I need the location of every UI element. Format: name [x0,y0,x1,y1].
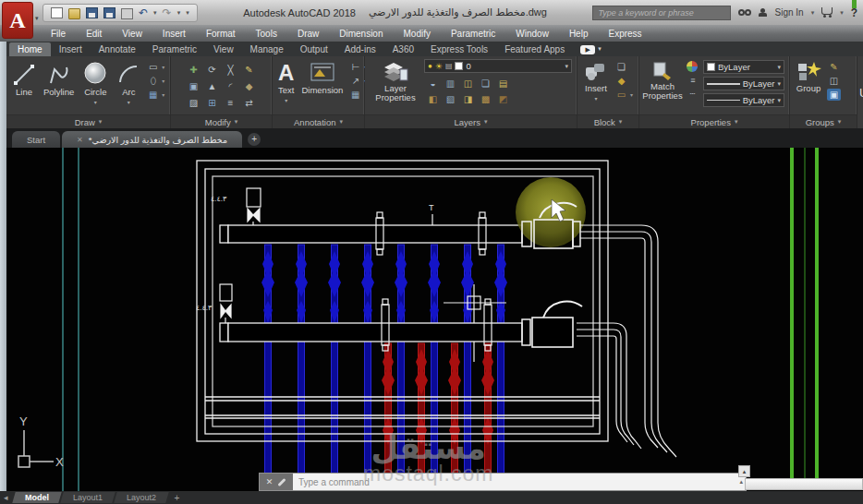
layout-scroll-left-icon[interactable]: ◂ [4,493,8,502]
table-icon[interactable]: ▦ [348,89,362,101]
color-wheel-icon[interactable] [686,60,699,73]
group-button[interactable]: Group [792,59,825,94]
ellipse-caret-icon[interactable]: ▾ [162,78,164,84]
tab-express-tools[interactable]: Express Tools [422,42,496,56]
create-block-icon[interactable]: ❏ [614,61,628,73]
object-color-dropdown[interactable]: ByLayer ▾ [703,60,784,74]
menu-file[interactable]: File [41,29,76,39]
layer-prev-icon[interactable]: ▧ [444,93,457,105]
circle-split-caret-icon[interactable]: ▾ [94,98,97,107]
layer-vpfreeze-icon[interactable]: ▩ [479,93,492,105]
insert-split-caret-icon[interactable]: ▾ [594,94,597,103]
tab-output[interactable]: Output [292,42,336,56]
tab-parametric[interactable]: Parametric [144,42,205,56]
layer-walk-icon[interactable]: ◨ [461,93,475,105]
insert-button[interactable]: Insert ▾ [579,59,613,104]
layer-merge-icon[interactable]: ◩ [496,93,510,105]
panel-label-modify[interactable]: Modify▾ [171,114,272,128]
horizontal-scrollbar[interactable] [745,478,863,490]
panel-label-annotation[interactable]: Annotation▾ [273,114,364,128]
save-icon[interactable] [86,7,98,18]
qat-customize-caret-icon[interactable]: ▾ [186,9,189,17]
layer-properties-button[interactable]: Layer Properties [367,59,424,103]
menu-tools[interactable]: Tools [246,29,287,39]
explode-icon[interactable]: ◆ [241,80,258,92]
redo-caret-icon[interactable]: ▾ [177,9,181,17]
menu-edit[interactable]: Edit [76,29,112,39]
group-edit-icon[interactable]: ◫ [827,75,841,87]
file-tab-start[interactable]: Start [12,131,60,148]
text-button[interactable]: A Text ▾ [274,59,298,106]
block-attr-caret-icon[interactable]: ▾ [630,91,633,98]
line-button[interactable]: Line [8,59,40,98]
tab-annotate[interactable]: Annotate [91,42,144,56]
rectangle-caret-icon[interactable]: ▾ [162,64,164,70]
menu-draw[interactable]: Draw [287,29,329,39]
undo-icon[interactable]: ↶ [139,7,148,18]
tab-a360[interactable]: A360 [384,42,422,56]
array-icon[interactable]: ⊞ [204,97,221,109]
hatch-caret-icon[interactable]: ▾ [162,91,164,98]
sign-in-label[interactable]: Sign In [774,7,803,18]
dimension-button[interactable]: Dimension [298,59,346,96]
tab-featured-apps[interactable]: Featured Apps [496,42,573,56]
move-icon[interactable]: ✚ [186,64,202,76]
ungroup-icon[interactable]: ✎ [827,61,841,73]
text-split-caret-icon[interactable]: ▾ [285,96,287,105]
pencil-edit-icon[interactable]: ✎ [241,64,258,76]
redo-icon[interactable]: ↷ [163,7,172,18]
rectangle-icon[interactable]: ▭ [146,61,160,73]
new-layout-button[interactable]: + [175,493,180,503]
tab-layout2[interactable]: Layout2 [114,492,168,503]
panel-label-groups[interactable]: Groups▾ [790,114,857,128]
menu-help[interactable]: Help [559,29,599,39]
tab-model[interactable]: Model [12,492,61,503]
erase-icon[interactable]: ▨ [186,97,202,109]
layer-dropdown-caret-icon[interactable]: ▾ [565,63,568,70]
lineweight-dropdown[interactable]: ByLayer ▾ [703,77,784,90]
autodesk-apps-caret-icon[interactable]: ▾ [840,9,844,17]
menu-dimension[interactable]: Dimension [329,29,393,39]
panel-label-block[interactable]: Block▾ [577,114,638,128]
hatch-icon[interactable]: ▦ [146,89,160,101]
help-search-input[interactable] [592,6,731,20]
layer-isolate-icon[interactable]: ▥ [444,78,457,90]
sign-in-caret-icon[interactable]: ▾ [811,9,815,17]
fillet-icon[interactable]: ◜ [223,80,239,92]
tab-view[interactable]: View [205,42,242,56]
open-file-icon[interactable] [68,8,80,19]
plot-icon[interactable] [121,8,133,19]
file-tab-document[interactable]: ✕ *مخطط الصرف والتغذية للدور الارضي [62,131,242,148]
linear-dim-icon[interactable]: ⊢ [348,61,362,73]
menu-view[interactable]: View [112,29,152,39]
tab-manage[interactable]: Manage [242,42,292,56]
make-current-icon[interactable]: ▤ [496,78,510,90]
block-attr-icon[interactable]: ▭ [614,89,628,101]
customize-wrench-icon[interactable] [278,477,286,486]
app-menu-caret-icon[interactable]: ▾ [35,15,39,22]
save-as-icon[interactable] [103,7,115,18]
mirror-icon[interactable]: ▲ [204,80,221,92]
scroll-up-button[interactable]: ▴ [738,465,750,477]
layer-match-icon[interactable]: ◧ [426,93,440,105]
offset-icon[interactable]: ≡ [223,97,239,109]
arc-button[interactable]: Arc ▾ [113,59,144,108]
layer-off-icon[interactable]: ◒ [426,78,440,90]
panel-label-properties[interactable]: Properties▾ [639,114,789,128]
tab-add-ins[interactable]: Add-ins [336,42,384,56]
new-file-icon[interactable] [51,7,63,18]
arc-split-caret-icon[interactable]: ▾ [128,98,130,107]
trim-icon[interactable]: ╳ [223,64,239,76]
linetype-icon[interactable]: ┄ [686,89,699,101]
menu-format[interactable]: Format [196,29,246,39]
undo-caret-icon[interactable]: ▾ [153,9,157,17]
layer-lock-icon[interactable]: ❏ [479,78,492,90]
tab-layout1[interactable]: Layout1 [60,492,115,503]
match-properties-button[interactable]: Match Properties [641,59,684,102]
stretch-icon[interactable]: ⇄ [241,97,258,109]
tab-insert[interactable]: Insert [51,42,91,56]
command-input[interactable] [293,474,739,490]
ellipse-icon[interactable]: ⬯ [146,75,160,87]
menu-insert[interactable]: Insert [152,29,196,39]
circle-button[interactable]: Circle ▾ [78,59,113,108]
